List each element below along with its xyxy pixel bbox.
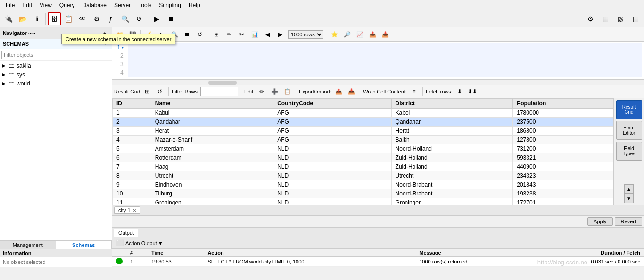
table-row[interactable]: 2QandaharAFGQandahar237500 [113, 118, 613, 127]
result-grid-panel-label2: Grid [625, 110, 634, 115]
table-view-btn[interactable]: 📊 [249, 29, 260, 40]
table-row[interactable]: 6RotterdamNLDZuid-Holland593321 [113, 153, 613, 162]
stop-query-btn[interactable]: ⏹ [182, 29, 193, 40]
table-row[interactable]: 3HeratAFGHerat186800 [113, 127, 613, 136]
search-btn[interactable]: 🔍 [118, 12, 132, 25]
table-row[interactable]: 5AmsterdamNLDNoord-Holland731200 [113, 144, 613, 153]
filter-toggle-btn[interactable]: ⊞ [211, 29, 222, 40]
table-btn[interactable]: 📋 [62, 12, 75, 25]
inspect-btn[interactable]: 🔎 [341, 29, 353, 40]
refresh-btn[interactable]: ↺ [132, 12, 146, 25]
export-btn[interactable]: 📤 [367, 29, 378, 40]
info-btn[interactable]: ℹ [30, 12, 43, 25]
settings-btn[interactable]: ⚙ [584, 12, 597, 25]
info-section-header: Information [0, 249, 112, 257]
success-icon [116, 258, 123, 264]
table-row[interactable]: 10TilburgNLDNoord-Brabant193238 [113, 189, 613, 198]
editor-content[interactable] [128, 43, 642, 77]
proc-btn[interactable]: ⚙ [90, 12, 103, 25]
tree-item-sys[interactable]: ▶ 🗃 sys [0, 70, 112, 79]
layout-btn-2[interactable]: ▧ [614, 12, 627, 25]
toggle-btn[interactable]: ↺ [194, 29, 206, 40]
tree-item-world[interactable]: ▶ 🗃 world [0, 79, 112, 88]
col-population: Population [513, 99, 613, 109]
filter-input[interactable] [1, 51, 110, 59]
export-result-btn[interactable]: 📤 [333, 86, 344, 97]
import-btn[interactable]: 📥 [380, 29, 391, 40]
wrap-cell-btn[interactable]: ≡ [408, 86, 420, 97]
cell-name: Utrecht [151, 171, 273, 180]
cell-id: 11 [113, 198, 151, 205]
result-grid-panel-btn[interactable]: Result Grid [616, 100, 642, 119]
edit-add-btn[interactable]: ➕ [269, 86, 280, 97]
menu-server[interactable]: Server [110, 1, 134, 9]
layout-btn-3[interactable]: ▤ [629, 12, 642, 25]
menu-database[interactable]: Database [79, 1, 110, 9]
filter-rows-input[interactable] [200, 87, 238, 96]
fetch-all-btn[interactable]: ⬇⬇ [467, 86, 478, 97]
menu-edit[interactable]: Edit [18, 1, 36, 9]
del-row-btn[interactable]: ✂ [236, 29, 248, 40]
tab-schemas[interactable]: Schemas [56, 241, 112, 249]
edit-table-btn[interactable]: 📋 [281, 86, 293, 97]
field-types-label2: Types [623, 151, 636, 156]
tree-item-sakila[interactable]: ▶ 🗃 sakila [0, 61, 112, 70]
schemas-label: SCHEMAS [3, 41, 29, 47]
grid-refresh-btn[interactable]: ↺ [154, 86, 165, 97]
open-btn[interactable]: 📂 [16, 12, 29, 25]
grid-view-btn[interactable]: ⊞ [141, 86, 153, 97]
line-1: 1 [114, 43, 125, 52]
scroll-thumb[interactable] [208, 81, 237, 85]
content-area: 📁 💾 ⚡ ▶ 🔍 ⏹ ↺ ⊞ ✏ ✂ 📊 ◀ ▶ 1000 rows ⭐ 🔎 [112, 27, 644, 267]
cell-code: NLD [273, 180, 391, 189]
sql-editor[interactable]: 1 2 3 4 [112, 42, 644, 79]
output-tab[interactable]: Output [114, 229, 138, 237]
prev-btn[interactable]: ◀ [262, 29, 273, 40]
bookmark-btn[interactable]: ⭐ [329, 29, 340, 40]
tab-close-btn[interactable]: ✕ [132, 208, 136, 213]
table-row[interactable]: 7HaagNLDZuid-Holland440900 [113, 162, 613, 171]
limit-select[interactable]: 1000 rows [288, 30, 323, 39]
output-table: # Time Action Message Duration / Fetch 1… [112, 249, 644, 267]
menu-query[interactable]: Query [56, 1, 79, 9]
apply-btn[interactable]: Apply [587, 217, 613, 226]
play-btn[interactable]: ▶ [150, 12, 163, 25]
cell-district: Noord-Brabant [391, 189, 513, 198]
form-editor-panel-btn[interactable]: Form Editor [616, 121, 642, 140]
revert-btn[interactable]: Revert [615, 217, 642, 226]
new-schema-btn[interactable]: 🗄 [48, 12, 61, 25]
next-btn[interactable]: ▶ [274, 29, 286, 40]
table-row[interactable]: 9EindhovenNLDNoord-Brabant201843 [113, 180, 613, 189]
table-row[interactable]: 1KabulAFGKabol1780000 [113, 109, 613, 118]
action-output-dropdown[interactable]: Action Output ▼ [125, 240, 163, 246]
grid-footer: Apply Revert [112, 215, 644, 227]
query-tab-city1[interactable]: city 1 ✕ [114, 206, 140, 214]
form-editor-label2: Editor [623, 130, 635, 136]
scroll-up-btn[interactable]: ▲ [624, 184, 634, 194]
fn-btn[interactable]: ƒ [104, 12, 117, 25]
menu-help[interactable]: Help [185, 1, 204, 9]
table-row[interactable]: 11GroningenNLDGroningen172701 [113, 198, 613, 205]
field-types-panel-btn[interactable]: Field Types [616, 142, 642, 161]
analyze-btn[interactable]: 📈 [354, 29, 365, 40]
result-grid-panel-label: Result [622, 104, 636, 110]
main-toolbar: 🔌 📂 ℹ 🗄 📋 👁 ⚙ ƒ 🔍 ↺ ▶ ⏹ ⚙ ▦ ▧ ▤ [0, 10, 644, 27]
menu-view[interactable]: View [36, 1, 56, 9]
layout-btn-1[interactable]: ▦ [599, 12, 612, 25]
menu-tools[interactable]: Tools [134, 1, 155, 9]
table-row[interactable]: 4Mazar-e-SharifAFGBalkh127800 [113, 136, 613, 144]
menu-file[interactable]: File [2, 1, 18, 9]
import-result-btn[interactable]: 📥 [346, 86, 357, 97]
scroll-down-btn[interactable]: ▼ [624, 194, 634, 203]
menu-scripting[interactable]: Scripting [155, 1, 185, 9]
editor-scrollbar-h[interactable] [112, 79, 644, 85]
result-grid-scroll[interactable]: ID Name CountryCode District Population … [112, 98, 613, 205]
stop-btn[interactable]: ⏹ [164, 12, 177, 25]
fetch-btn[interactable]: ⬇ [454, 86, 465, 97]
tab-management[interactable]: Management [0, 241, 56, 249]
edit-pencil-btn[interactable]: ✏ [256, 86, 267, 97]
add-row-btn[interactable]: ✏ [223, 29, 235, 40]
table-row[interactable]: 8UtrechtNLDUtrecht234323 [113, 171, 613, 180]
view-btn[interactable]: 👁 [76, 12, 89, 25]
new-connection-btn[interactable]: 🔌 [2, 12, 15, 25]
